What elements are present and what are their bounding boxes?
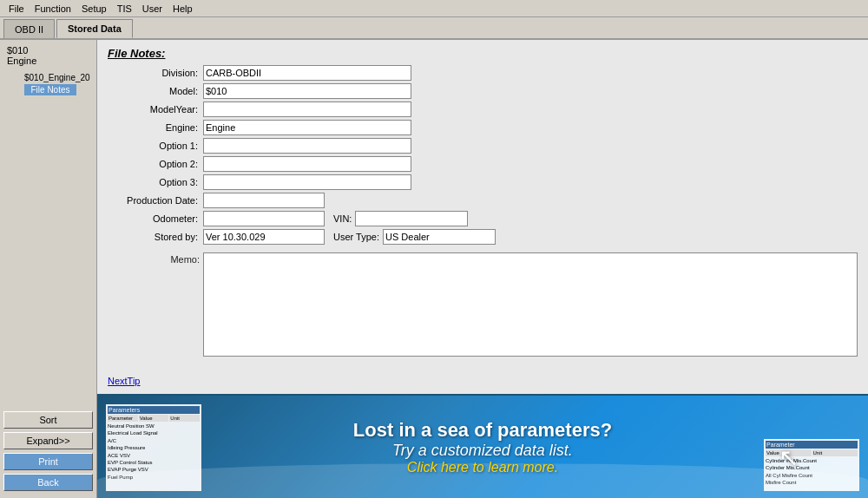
- option1-row: Option 1:: [108, 138, 858, 154]
- engine-row: Engine:: [108, 120, 858, 135]
- division-label: Division:: [108, 68, 203, 78]
- vin-input[interactable]: [355, 211, 468, 226]
- sidebar-tree-root[interactable]: $010Engine: [3, 43, 93, 68]
- stored-by-label: Stored by:: [108, 232, 203, 242]
- ad-line1: Lost in a sea of parameters?: [353, 419, 612, 442]
- menu-help[interactable]: Help: [168, 0, 198, 16]
- main-layout: $010Engine $010_Engine_20 File Notes Sor…: [0, 40, 868, 498]
- ad-banner[interactable]: Parameters Parameter Value Unit Neutral …: [97, 394, 868, 498]
- odometer-input[interactable]: [203, 211, 325, 226]
- print-button[interactable]: Print: [3, 453, 93, 470]
- expand-button[interactable]: Expand>>: [3, 432, 93, 449]
- sidebar-tree-child[interactable]: $010_Engine_20 File Notes: [10, 71, 93, 96]
- user-type-label: User Type:: [333, 232, 379, 242]
- tab-stored-data[interactable]: Stored Data: [56, 19, 133, 38]
- odometer-vin-row: Odometer: VIN:: [108, 211, 858, 226]
- tab-obdii[interactable]: OBD II: [3, 19, 55, 38]
- back-button[interactable]: Back: [3, 474, 93, 491]
- option2-input[interactable]: [203, 156, 411, 172]
- production-date-input[interactable]: [203, 193, 325, 208]
- stored-by-input[interactable]: [203, 229, 325, 245]
- engine-input[interactable]: [203, 120, 411, 135]
- tab-bar: OBD II Stored Data: [0, 17, 868, 40]
- option3-input[interactable]: [203, 174, 411, 190]
- ad-line3: Click here to learn more.: [353, 460, 612, 475]
- option1-input[interactable]: [203, 138, 411, 154]
- sort-button[interactable]: Sort: [3, 411, 93, 429]
- menu-function[interactable]: Function: [30, 0, 76, 16]
- model-year-label: ModelYear:: [108, 104, 203, 115]
- model-row: Model:: [108, 83, 858, 99]
- user-type-input[interactable]: [383, 229, 496, 245]
- model-year-input[interactable]: [203, 102, 411, 117]
- production-date-row: Production Date:: [108, 193, 858, 208]
- odometer-label: Odometer:: [108, 213, 203, 224]
- option3-label: Option 3:: [108, 177, 203, 187]
- sidebar-buttons: Sort Expand>> Print Back: [3, 408, 93, 495]
- vin-label: VIN:: [333, 213, 352, 224]
- production-date-label: Production Date:: [108, 195, 203, 206]
- ad-line2: Try a customized data list.: [353, 442, 612, 460]
- file-notes-title: File Notes:: [108, 47, 858, 60]
- menu-setup[interactable]: Setup: [76, 0, 112, 16]
- sidebar-tree: $010Engine $010_Engine_20 File Notes: [3, 43, 93, 408]
- division-input[interactable]: [203, 65, 411, 81]
- memo-section: Memo:: [108, 252, 858, 371]
- menu-file[interactable]: File: [3, 0, 30, 16]
- tree-root-label: $010Engine: [7, 45, 89, 66]
- model-label: Model:: [108, 86, 203, 96]
- menu-user[interactable]: User: [137, 0, 168, 16]
- stored-by-row: Stored by: User Type:: [108, 229, 858, 245]
- memo-label: Memo:: [108, 252, 203, 371]
- content-area: File Notes: Division: Model: ModelYear: …: [97, 40, 868, 394]
- option1-label: Option 1:: [108, 141, 203, 151]
- engine-label: Engine:: [108, 122, 203, 133]
- ad-banner-text: Lost in a sea of parameters? Try a custo…: [353, 419, 612, 475]
- option3-row: Option 3:: [108, 174, 858, 190]
- menu-tis[interactable]: TIS: [112, 0, 137, 16]
- menu-bar: File Function Setup TIS User Help: [0, 0, 868, 17]
- cursor-icon: ↖: [779, 443, 799, 472]
- next-tip-link[interactable]: NextTip: [108, 376, 141, 386]
- option2-row: Option 2:: [108, 156, 858, 172]
- sidebar-child-sublabel: File Notes: [24, 84, 76, 95]
- model-input[interactable]: [203, 83, 411, 99]
- sidebar: $010Engine $010_Engine_20 File Notes Sor…: [0, 40, 97, 498]
- option2-label: Option 2:: [108, 159, 203, 169]
- division-row: Division:: [108, 65, 858, 81]
- memo-textarea[interactable]: [203, 252, 858, 357]
- model-year-row: ModelYear:: [108, 102, 858, 117]
